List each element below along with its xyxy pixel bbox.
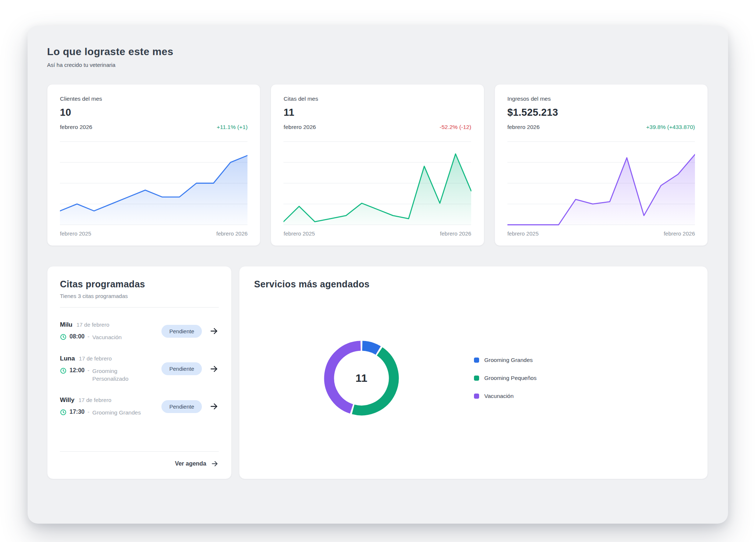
legend-label: Grooming Pequeños (484, 375, 536, 381)
arrow-right-icon (209, 402, 219, 411)
open-appointment-button[interactable] (209, 326, 219, 336)
legend-label: Vacunación (484, 393, 514, 399)
clock-icon (60, 409, 67, 416)
stat-period: febrero 2026 (60, 124, 92, 130)
axis-label-start: febrero 2025 (507, 230, 539, 237)
page-title: Lo que lograste este mes (47, 46, 708, 58)
donut-center-value: 11 (322, 339, 400, 417)
open-appointment-button[interactable] (209, 402, 219, 411)
services-legend: Grooming Grandes Grooming Pequeños Vacun… (474, 357, 536, 399)
appointment-time: 08:00 (69, 333, 85, 340)
stat-card-ingresos: Ingresos del mes $1.525.213 febrero 2026… (495, 84, 708, 246)
clientes-trend-chart (60, 139, 247, 227)
appointments-card: Citas programadas Tienes 3 citas program… (47, 266, 232, 479)
pet-name: Willy (60, 396, 75, 404)
ingresos-trend-chart (507, 139, 695, 227)
clock-icon (60, 367, 67, 374)
appointment-row-milu: Milu 17 de febrero 08:00 - Vacunación Pe… (60, 321, 219, 341)
appointment-date: 17 de febrero (79, 397, 111, 403)
axis-label-start: febrero 2025 (60, 230, 91, 237)
stat-label: Clientes del mes (60, 96, 247, 102)
axis-label-end: febrero 2026 (664, 230, 695, 237)
divider (60, 451, 219, 452)
appointments-subtitle: Tienes 3 citas programadas (60, 293, 219, 299)
appointments-title: Citas programadas (60, 279, 219, 290)
pet-name: Luna (60, 355, 75, 362)
appointment-time: 12:00 (69, 367, 85, 374)
status-badge: Pendiente (161, 362, 202, 375)
stat-period: febrero 2026 (507, 124, 540, 130)
appointment-row-willy: Willy 17 de febrero 17:30 - Grooming Gra… (60, 396, 219, 417)
appointment-date: 17 de febrero (76, 322, 109, 328)
pet-name: Milu (60, 321, 72, 329)
page-subtitle: Así ha crecido tu veterinaria (47, 62, 708, 68)
arrow-right-icon (209, 326, 219, 336)
appointment-date: 17 de febrero (79, 355, 112, 362)
legend-item-vacunacion: Vacunación (474, 393, 536, 399)
dashboard-panel: Lo que lograste este mes Así ha crecido … (28, 26, 728, 524)
stat-delta: +11.1% (+1) (217, 124, 247, 130)
legend-swatch (474, 376, 479, 381)
stat-delta: +39.8% (+433.870) (646, 124, 695, 130)
legend-swatch (474, 394, 479, 399)
arrow-right-icon (211, 460, 219, 468)
appointment-service: Grooming Personalizado (92, 367, 148, 383)
stat-label: Citas del mes (284, 96, 471, 102)
arrow-right-icon (209, 364, 219, 374)
stat-period: febrero 2026 (284, 124, 316, 130)
stat-delta: -52.2% (-12) (440, 124, 471, 130)
appointment-service: Grooming Grandes (92, 409, 141, 417)
appointment-row-luna: Luna 17 de febrero 12:00 - Grooming Pers… (60, 355, 219, 383)
open-appointment-button[interactable] (209, 364, 219, 374)
appointment-service: Vacunación (92, 333, 122, 341)
stats-row: Clientes del mes 10 febrero 2026 +11.1% … (47, 84, 708, 246)
clock-icon (60, 334, 67, 340)
appointment-time: 17:30 (69, 409, 85, 415)
legend-item-grooming-pequenos: Grooming Pequeños (474, 375, 536, 381)
status-badge: Pendiente (161, 325, 202, 338)
services-card: Servicios más agendados 11 Grooming Gran… (239, 266, 708, 479)
status-badge: Pendiente (161, 400, 202, 413)
citas-trend-chart (284, 139, 471, 227)
stat-value: 11 (284, 107, 471, 118)
stat-value: 10 (60, 107, 247, 118)
divider (60, 307, 219, 308)
legend-swatch (474, 358, 479, 363)
services-title: Servicios más agendados (254, 279, 693, 290)
stat-card-citas: Citas del mes 11 febrero 2026 -52.2% (-1… (271, 84, 484, 246)
axis-label-end: febrero 2026 (440, 230, 471, 237)
axis-label-end: febrero 2026 (216, 230, 247, 237)
donut-chart: 11 (322, 339, 400, 417)
stat-label: Ingresos del mes (507, 96, 695, 102)
stat-value: $1.525.213 (507, 107, 695, 118)
ver-agenda-link[interactable]: Ver agenda (60, 460, 219, 468)
legend-label: Grooming Grandes (484, 357, 533, 363)
stat-card-clientes: Clientes del mes 10 febrero 2026 +11.1% … (47, 84, 260, 246)
legend-item-grooming-grandes: Grooming Grandes (474, 357, 536, 363)
axis-label-start: febrero 2025 (284, 230, 315, 237)
